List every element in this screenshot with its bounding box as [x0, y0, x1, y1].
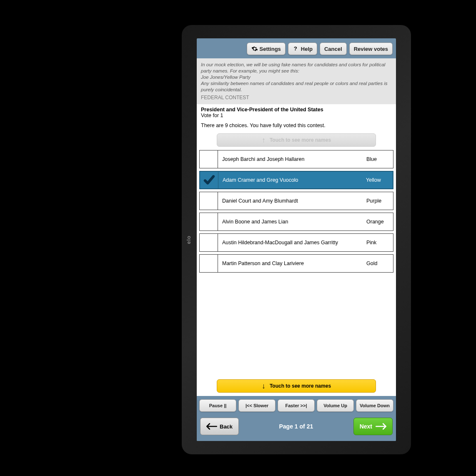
arrow-right-icon	[376, 422, 386, 431]
arrow-down-icon: ↓	[262, 382, 266, 391]
candidate-row[interactable]: Joseph Barchi and Joseph HallarenBlue	[199, 150, 393, 168]
contest-title: President and Vice-President of the Unit…	[201, 107, 392, 113]
contest-status: There are 9 choices. You have fully vote…	[197, 121, 396, 132]
device-brand-logo: elo	[186, 235, 192, 244]
candidate-row[interactable]: Austin Hildebrand-MacDougall and James G…	[199, 233, 393, 252]
question-icon: ?	[293, 45, 299, 52]
candidate-list: Joseph Barchi and Joseph HallarenBlueAda…	[197, 150, 396, 378]
candidate-party: Pink	[364, 234, 393, 251]
candidate-name: Adam Cramer and Greg Vuocolo	[218, 172, 363, 188]
review-label: Review votes	[354, 46, 388, 52]
candidate-name: Martin Patterson and Clay Lariviere	[218, 255, 364, 272]
slower-label: |<< Slower	[246, 403, 268, 408]
help-button[interactable]: ? Help	[288, 43, 317, 55]
candidate-party: Blue	[364, 150, 393, 168]
next-button[interactable]: Next	[353, 418, 393, 435]
candidate-name: Alvin Boone and James Lian	[218, 213, 364, 230]
tablet-frame: elo Settings ? Help Cancel Review votes	[182, 25, 411, 454]
contest-vote-for: Vote for 1	[201, 113, 392, 118]
nav-bar: Back Page 1 of 21 Next	[197, 415, 396, 441]
faster-label: Faster >>|	[286, 403, 307, 408]
candidate-checkbox	[200, 172, 218, 188]
help-label: Help	[301, 46, 313, 52]
candidate-row[interactable]: Martin Patterson and Clay LariviereGold	[199, 254, 393, 273]
candidate-name: Daniel Court and Amy Blumhardt	[218, 192, 364, 210]
candidate-party: Gold	[364, 255, 393, 272]
checkmark-icon	[203, 174, 215, 186]
section-label: FEDERAL CONTEST	[201, 95, 392, 101]
gear-icon	[251, 45, 258, 52]
candidate-name: Joseph Barchi and Joseph Hallaren	[218, 150, 364, 168]
cancel-label: Cancel	[324, 46, 342, 52]
candidate-checkbox	[200, 213, 218, 230]
candidate-checkbox	[200, 255, 218, 272]
contest-header: President and Vice-President of the Unit…	[197, 104, 396, 121]
candidate-row[interactable]: Adam Cramer and Greg VuocoloYellow	[199, 171, 393, 189]
audio-toolbar: Pause || |<< Slower Faster >>| Volume Up…	[197, 396, 396, 415]
candidate-party: Orange	[364, 213, 393, 230]
pause-button[interactable]: Pause ||	[199, 399, 236, 412]
review-votes-button[interactable]: Review votes	[349, 43, 393, 55]
settings-button[interactable]: Settings	[247, 43, 286, 55]
scroll-up-label: Touch to see more names	[270, 137, 331, 143]
next-label: Next	[360, 423, 372, 430]
content-area: In our mock election, we will be using f…	[197, 58, 396, 396]
candidate-checkbox	[200, 234, 218, 251]
svg-text:?: ?	[293, 45, 297, 52]
pause-label: Pause ||	[209, 403, 227, 408]
page-indicator: Page 1 of 21	[243, 423, 349, 430]
back-button[interactable]: Back	[200, 418, 239, 435]
disclaimer-line: Joe Jones/Yellow Party	[201, 74, 392, 80]
disclaimer-line: In our mock election, we will be using f…	[201, 62, 392, 74]
disclaimer-line: Any similarity between names of candidat…	[201, 80, 392, 93]
settings-label: Settings	[260, 46, 281, 52]
screen: Settings ? Help Cancel Review votes In o…	[197, 38, 396, 441]
candidate-checkbox	[200, 150, 218, 168]
candidate-name: Austin Hildebrand-MacDougall and James G…	[218, 234, 364, 251]
back-label: Back	[220, 423, 233, 430]
candidate-party: Purple	[364, 192, 393, 210]
disclaimer-block: In our mock election, we will be using f…	[197, 58, 396, 104]
scroll-down-button[interactable]: ↓ Touch to see more names	[217, 379, 376, 393]
cancel-button[interactable]: Cancel	[320, 43, 347, 55]
candidate-row[interactable]: Daniel Court and Amy BlumhardtPurple	[199, 192, 393, 210]
volume-up-button[interactable]: Volume Up	[317, 399, 354, 412]
candidate-row[interactable]: Alvin Boone and James LianOrange	[199, 213, 393, 231]
volume-down-label: Volume Down	[360, 403, 390, 408]
faster-button[interactable]: Faster >>|	[278, 399, 315, 412]
volume-down-button[interactable]: Volume Down	[356, 399, 393, 412]
candidate-checkbox	[200, 192, 218, 210]
arrow-left-icon	[206, 422, 217, 431]
top-toolbar: Settings ? Help Cancel Review votes	[197, 38, 396, 58]
volume-up-label: Volume Up	[323, 403, 347, 408]
candidate-party: Yellow	[363, 172, 393, 188]
slower-button[interactable]: |<< Slower	[238, 399, 276, 412]
scroll-down-label: Touch to see more names	[270, 383, 331, 389]
scroll-up-button[interactable]: ↑ Touch to see more names	[217, 133, 376, 147]
arrow-up-icon: ↑	[262, 136, 266, 145]
